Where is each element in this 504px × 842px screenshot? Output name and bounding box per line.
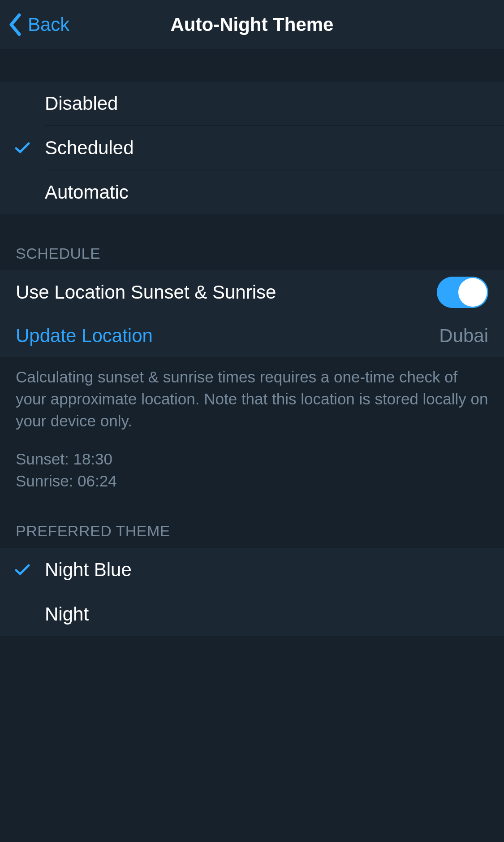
- theme-label: Night Blue: [45, 559, 488, 581]
- checkmark-icon: [15, 142, 30, 154]
- mode-option-automatic[interactable]: Automatic: [0, 170, 504, 214]
- update-location-row[interactable]: Update Location Dubai: [0, 314, 504, 357]
- preferred-theme-header: PREFERRED THEME: [0, 492, 504, 548]
- schedule-group: Use Location Sunset & Sunrise Update Loc…: [0, 270, 504, 357]
- checkmark-icon: [15, 564, 30, 576]
- toggle-knob: [458, 278, 487, 307]
- schedule-header: SCHEDULE: [0, 214, 504, 270]
- preferred-theme-group: Night Blue Night: [0, 548, 504, 636]
- back-label: Back: [28, 14, 69, 35]
- mode-label: Automatic: [45, 182, 488, 203]
- use-location-toggle[interactable]: [437, 277, 488, 308]
- mode-label: Scheduled: [45, 137, 488, 159]
- use-location-row[interactable]: Use Location Sunset & Sunrise: [0, 270, 504, 314]
- mode-label: Disabled: [45, 93, 488, 114]
- nav-bar: Back Auto-Night Theme: [0, 0, 504, 49]
- theme-option-night[interactable]: Night: [0, 592, 504, 636]
- chevron-left-icon: [7, 13, 23, 36]
- check-column: [0, 142, 45, 154]
- mode-option-scheduled[interactable]: Scheduled: [0, 126, 504, 170]
- location-value: Dubai: [439, 325, 488, 347]
- update-location-label: Update Location: [16, 325, 439, 347]
- check-column: [0, 564, 45, 576]
- back-button[interactable]: Back: [7, 13, 69, 36]
- sunset-time: Sunset: 18:30: [16, 448, 488, 470]
- spacer: [0, 49, 504, 82]
- schedule-footer: Calculating sunset & sunrise times requi…: [0, 357, 504, 492]
- mode-option-disabled[interactable]: Disabled: [0, 82, 504, 126]
- page-title: Auto-Night Theme: [171, 14, 334, 35]
- mode-group: Disabled Scheduled Automatic: [0, 82, 504, 214]
- use-location-label: Use Location Sunset & Sunrise: [16, 282, 437, 303]
- footer-description: Calculating sunset & sunrise times requi…: [16, 366, 488, 432]
- theme-option-night-blue[interactable]: Night Blue: [0, 548, 504, 592]
- theme-label: Night: [45, 603, 488, 625]
- sunrise-time: Sunrise: 06:24: [16, 470, 488, 492]
